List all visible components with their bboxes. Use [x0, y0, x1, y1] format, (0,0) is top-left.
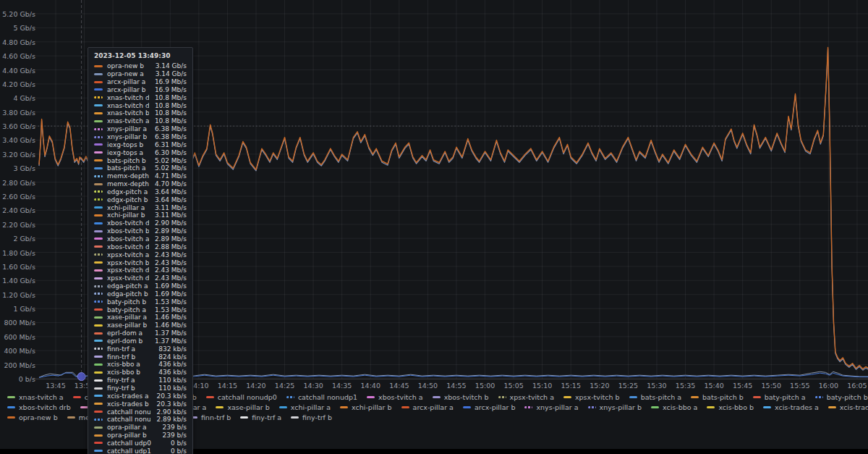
legend-item[interactable]: xbos-tvitch a — [367, 393, 423, 401]
tooltip-series-value: 20.3 kb/s — [156, 392, 187, 400]
tooltip-row: edgx-pitch b3.64 Mb/s — [94, 196, 187, 203]
tooltip-row: finy-trf b110 kb/s — [94, 384, 187, 392]
legend-item[interactable]: bats-pitch b — [691, 393, 744, 401]
y-tick-label: 4.60 Gb/s — [0, 52, 40, 60]
legend-item[interactable]: arcx-pillar b — [463, 403, 516, 411]
tooltip-row: finn-trf a832 kb/s — [94, 345, 187, 353]
x-tick-label: 14:55 — [446, 382, 466, 390]
tooltip-series-value: 2.43 Mb/s — [155, 266, 187, 274]
legend-item[interactable]: finn-trf b — [190, 413, 231, 421]
x-tick-label: 14:45 — [389, 382, 409, 390]
legend-item[interactable]: xcis-bbo a — [651, 403, 697, 411]
legend-item[interactable]: catchall nonudp0 — [206, 393, 277, 401]
legend-item[interactable]: baty-pitch b — [815, 393, 868, 401]
legend-item[interactable]: xchi-pillar b — [340, 403, 392, 411]
tooltip-row: xbos-tvitch b2.89 Mb/s — [94, 227, 187, 235]
legend-item-label: xpsx-tvitch a — [510, 393, 554, 401]
tooltip-series-name: xbos-tvitch drb — [107, 219, 149, 227]
series-color-swatch — [94, 214, 103, 217]
tooltip-row: catchall nonudp12.89 kb/s — [94, 416, 187, 424]
legend-item[interactable]: xase-pillar b — [216, 403, 269, 411]
tooltip-row: iexg-tops b6.31 Mb/s — [94, 140, 187, 148]
x-tick-label: 14:20 — [246, 382, 265, 390]
series-color-swatch — [94, 387, 103, 390]
series-color-swatch — [94, 450, 103, 452]
y-tick-label: 2.40 Gb/s — [0, 206, 40, 214]
x-tick-label: 15:55 — [790, 382, 809, 390]
series-color-swatch — [94, 277, 103, 279]
tooltip-row: xcis-bbo b436 kb/s — [94, 369, 187, 377]
tooltip-series-value: 2.43 Mb/s — [155, 274, 187, 282]
legend-item[interactable]: xcis-trades a — [763, 403, 819, 411]
legend-item-label: xnas-tvitch a — [19, 393, 64, 401]
tooltip-series-name: finy-trf a — [107, 377, 153, 384]
tooltip-series-name: edga-pitch a — [107, 282, 149, 290]
tooltip-series-name: xpsx-tvitch drb — [107, 274, 149, 282]
tooltip-series-value: 436 kb/s — [158, 369, 187, 376]
series-color-swatch — [94, 128, 103, 130]
legend-item-label: bats-pitch b — [702, 393, 744, 401]
tooltip-row: bats-pitch a5.02 Mb/s — [94, 164, 187, 172]
tooltip-series-value: 5.02 Mb/s — [155, 157, 187, 164]
tooltip-row: xpsx-tvitch dra2.43 Mb/s — [94, 266, 187, 274]
legend-item[interactable]: xnys-pillar b — [588, 403, 642, 411]
legend-item-label: xchi-pillar b — [352, 403, 392, 411]
x-tick-label: 15:35 — [676, 382, 695, 390]
tooltip-row: xase-pillar b1.46 Mb/s — [94, 321, 187, 329]
legend-item[interactable]: xbos-tvitch drb — [7, 403, 71, 411]
series-color-swatch — [94, 442, 103, 444]
tooltip-series-name: opra-pillar b — [107, 432, 157, 439]
y-tick-label: 1 Gb/s — [0, 305, 40, 313]
series-color-swatch — [240, 416, 248, 419]
x-tick-label: 14:50 — [418, 382, 438, 390]
legend-item[interactable]: xpsx-tvitch a — [498, 393, 554, 401]
tooltip-series-name: arcx-pillar b — [107, 86, 149, 93]
tooltip-row: xchi-pillar a3.11 Mb/s — [94, 203, 187, 211]
legend-item[interactable]: baty-pitch a — [753, 393, 806, 401]
tooltip-series-value: 832 kb/s — [158, 345, 187, 353]
legend-item[interactable]: xcis-trades b — [828, 403, 868, 411]
tooltip-row: memx-depth a4.70 Mb/s — [94, 180, 187, 188]
tooltip-series-value: 2.88 Mb/s — [155, 243, 187, 251]
tooltip-row: arcx-pillar a16.9 Mb/s — [94, 78, 187, 86]
legend-item[interactable]: xnas-tvitch a — [7, 393, 64, 401]
legend-item[interactable]: xnys-pillar a — [524, 403, 578, 411]
legend-item[interactable]: catchall nonudp1 — [286, 393, 357, 401]
tooltip-series-value: 239 b/s — [163, 432, 187, 439]
series-color-swatch — [433, 396, 441, 398]
tooltip-series-name: baty-pitch a — [107, 306, 149, 314]
series-color-swatch — [7, 416, 15, 419]
tooltip-series-list: opra-new b3.14 Gb/sopra-new a3.14 Gb/sar… — [94, 62, 187, 454]
legend-item-label: finy-trf b — [302, 413, 332, 421]
legend-item[interactable]: arcx-pillar a — [401, 403, 454, 411]
tooltip-row: bats-pitch b5.02 Mb/s — [94, 156, 187, 164]
tooltip-row: catchall udp10 b/s — [94, 447, 187, 454]
tooltip-series-name: xnas-tvitch b — [107, 109, 149, 117]
tooltip-series-name: xpsx-tvitch a — [107, 251, 149, 258]
x-tick-label: 16:00 — [819, 382, 838, 390]
series-color-swatch — [94, 316, 103, 319]
series-color-swatch — [815, 396, 823, 398]
tooltip-series-value: 3.11 Mb/s — [155, 204, 187, 211]
tooltip-series-name: edga-pitch b — [107, 290, 149, 298]
tooltip-series-name: xnys-pillar a — [107, 125, 149, 133]
series-color-swatch — [94, 340, 103, 342]
y-tick-label: 5 Gb/s — [0, 24, 40, 32]
legend-item[interactable]: xcis-bbo b — [707, 403, 754, 411]
legend-item-label: xbos-tvitch a — [378, 393, 423, 401]
legend-item[interactable]: xbos-tvitch b — [433, 393, 489, 401]
legend-item[interactable]: bats-pitch a — [629, 393, 681, 401]
legend-item[interactable]: xpsx-tvitch b — [563, 393, 620, 401]
legend-item-label: xbos-tvitch b — [444, 393, 489, 401]
y-tick-label: 200 Mb/s — [0, 361, 40, 369]
series-color-swatch — [94, 269, 103, 272]
tooltip-series-value: 1.37 Mb/s — [155, 337, 187, 345]
legend-item[interactable]: finy-trf a — [240, 413, 281, 421]
series-color-swatch — [206, 396, 214, 398]
legend-item[interactable]: finy-trf b — [291, 413, 332, 421]
series-color-swatch — [94, 206, 103, 209]
legend-item[interactable]: opra-new b — [7, 413, 58, 421]
legend-item[interactable]: xchi-pillar a — [279, 403, 331, 411]
tooltip-series-name: baty-pitch b — [107, 298, 149, 306]
tooltip-series-name: xase-pillar b — [107, 321, 149, 329]
